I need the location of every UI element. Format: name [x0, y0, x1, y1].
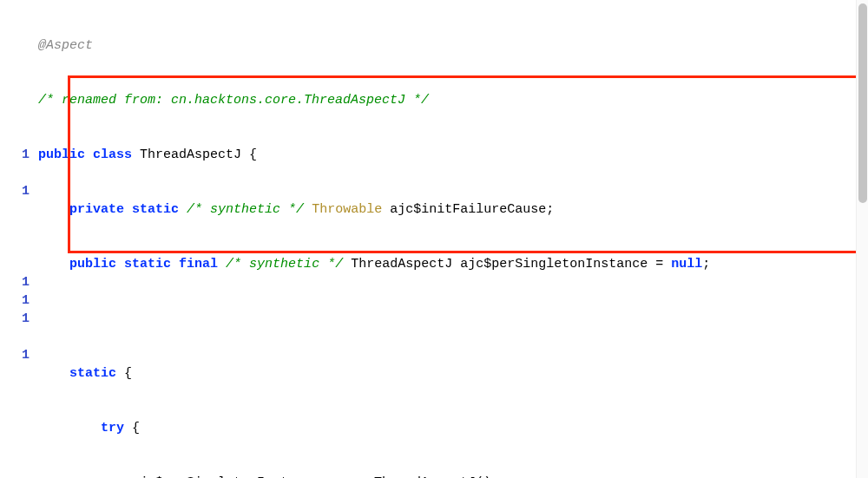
gutter-line: [5, 255, 38, 273]
field: ajc$initFailureCause: [390, 202, 546, 217]
gutter-line: [5, 237, 38, 255]
keyword: private: [69, 202, 124, 217]
keyword: final: [179, 257, 218, 272]
gutter-line: [5, 0, 38, 18]
gutter-line: 1: [5, 146, 38, 164]
code-editor: 1 1 1 1 1 1 @Aspect /* renamed from: cn.…: [0, 0, 868, 478]
brace: {: [116, 366, 132, 381]
gutter-line: [5, 55, 38, 73]
gutter-line: [5, 219, 38, 237]
gutter-line: [5, 91, 38, 109]
gutter-line: 1: [5, 310, 38, 328]
gutter-line: 1: [5, 182, 38, 200]
keyword: public: [38, 147, 85, 162]
gutter-line: [5, 109, 38, 128]
class-name: ThreadAspectJ: [140, 147, 241, 162]
gutter-line: [5, 200, 38, 219]
keyword: static: [69, 366, 116, 381]
comment: /* synthetic */: [187, 202, 304, 217]
gutter-line: 1: [5, 346, 38, 364]
keyword: try: [101, 421, 124, 435]
annotation-text: @Aspect: [38, 38, 93, 53]
scrollbar-thumb[interactable]: [858, 3, 867, 203]
gutter-line: [5, 383, 38, 401]
gutter-line: [5, 128, 38, 146]
brace: {: [241, 147, 257, 162]
gutter-line: [5, 73, 38, 91]
gutter-line: 1: [5, 273, 38, 291]
code-area[interactable]: @Aspect /* renamed from: cn.hacktons.cor…: [38, 0, 868, 478]
gutter-line: [5, 401, 38, 419]
semicolon: ;: [546, 202, 554, 217]
type: ThreadAspectJ: [351, 257, 452, 272]
gutter-line: 1: [5, 291, 38, 310]
gutter-line: [5, 419, 38, 437]
keyword: public: [69, 257, 116, 272]
type: Throwable: [312, 202, 382, 217]
gutter-line: [5, 328, 38, 346]
comment: /* synthetic */: [226, 257, 343, 272]
gutter-line: [5, 36, 38, 55]
eq: =: [648, 257, 671, 272]
semicolon: ;: [702, 257, 710, 272]
field: ajc$perSingletonInstance: [460, 257, 648, 272]
keyword: static: [124, 257, 171, 272]
brace: {: [124, 421, 140, 435]
gutter-line: [5, 364, 38, 383]
gutter: 1 1 1 1 1 1: [0, 0, 38, 478]
gutter-line: [5, 18, 38, 36]
keyword: class: [93, 147, 132, 162]
scrollbar-track[interactable]: [856, 0, 868, 478]
gutter-line: [5, 164, 38, 182]
keyword: static: [132, 202, 179, 217]
comment: /* renamed from: cn.hacktons.core.Thread…: [38, 93, 429, 108]
keyword: null: [671, 257, 702, 272]
